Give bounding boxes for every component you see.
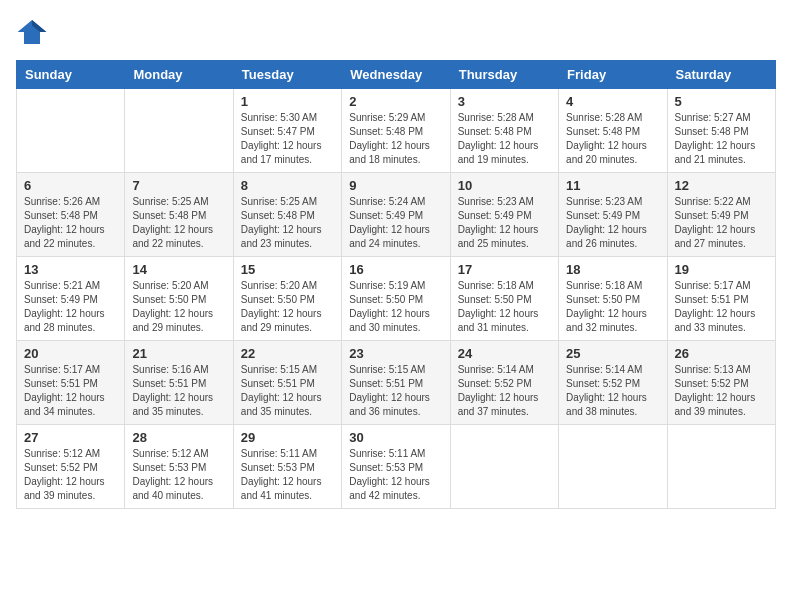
day-number: 16 — [349, 262, 442, 277]
day-info: Sunrise: 5:18 AM Sunset: 5:50 PM Dayligh… — [566, 279, 659, 335]
calendar-week-4: 20Sunrise: 5:17 AM Sunset: 5:51 PM Dayli… — [17, 341, 776, 425]
weekday-header-sunday: Sunday — [17, 61, 125, 89]
calendar-week-3: 13Sunrise: 5:21 AM Sunset: 5:49 PM Dayli… — [17, 257, 776, 341]
calendar-cell: 12Sunrise: 5:22 AM Sunset: 5:49 PM Dayli… — [667, 173, 775, 257]
day-info: Sunrise: 5:13 AM Sunset: 5:52 PM Dayligh… — [675, 363, 768, 419]
day-number: 24 — [458, 346, 551, 361]
day-info: Sunrise: 5:26 AM Sunset: 5:48 PM Dayligh… — [24, 195, 117, 251]
day-number: 4 — [566, 94, 659, 109]
calendar-header: SundayMondayTuesdayWednesdayThursdayFrid… — [17, 61, 776, 89]
calendar-cell — [125, 89, 233, 173]
calendar-cell: 27Sunrise: 5:12 AM Sunset: 5:52 PM Dayli… — [17, 425, 125, 509]
day-info: Sunrise: 5:12 AM Sunset: 5:52 PM Dayligh… — [24, 447, 117, 503]
day-number: 29 — [241, 430, 334, 445]
weekday-header-tuesday: Tuesday — [233, 61, 341, 89]
calendar-cell: 30Sunrise: 5:11 AM Sunset: 5:53 PM Dayli… — [342, 425, 450, 509]
logo — [16, 16, 52, 48]
weekday-header-thursday: Thursday — [450, 61, 558, 89]
calendar-cell — [559, 425, 667, 509]
day-number: 15 — [241, 262, 334, 277]
day-number: 6 — [24, 178, 117, 193]
calendar-week-1: 1Sunrise: 5:30 AM Sunset: 5:47 PM Daylig… — [17, 89, 776, 173]
calendar-cell: 22Sunrise: 5:15 AM Sunset: 5:51 PM Dayli… — [233, 341, 341, 425]
day-info: Sunrise: 5:24 AM Sunset: 5:49 PM Dayligh… — [349, 195, 442, 251]
day-number: 2 — [349, 94, 442, 109]
calendar-cell: 5Sunrise: 5:27 AM Sunset: 5:48 PM Daylig… — [667, 89, 775, 173]
calendar-cell: 3Sunrise: 5:28 AM Sunset: 5:48 PM Daylig… — [450, 89, 558, 173]
day-info: Sunrise: 5:14 AM Sunset: 5:52 PM Dayligh… — [458, 363, 551, 419]
day-info: Sunrise: 5:19 AM Sunset: 5:50 PM Dayligh… — [349, 279, 442, 335]
day-info: Sunrise: 5:15 AM Sunset: 5:51 PM Dayligh… — [241, 363, 334, 419]
day-number: 19 — [675, 262, 768, 277]
calendar-cell: 24Sunrise: 5:14 AM Sunset: 5:52 PM Dayli… — [450, 341, 558, 425]
day-info: Sunrise: 5:12 AM Sunset: 5:53 PM Dayligh… — [132, 447, 225, 503]
day-number: 12 — [675, 178, 768, 193]
calendar-cell: 20Sunrise: 5:17 AM Sunset: 5:51 PM Dayli… — [17, 341, 125, 425]
day-info: Sunrise: 5:14 AM Sunset: 5:52 PM Dayligh… — [566, 363, 659, 419]
day-number: 27 — [24, 430, 117, 445]
calendar-cell: 15Sunrise: 5:20 AM Sunset: 5:50 PM Dayli… — [233, 257, 341, 341]
calendar-table: SundayMondayTuesdayWednesdayThursdayFrid… — [16, 60, 776, 509]
calendar-week-5: 27Sunrise: 5:12 AM Sunset: 5:52 PM Dayli… — [17, 425, 776, 509]
day-number: 1 — [241, 94, 334, 109]
day-number: 26 — [675, 346, 768, 361]
day-number: 8 — [241, 178, 334, 193]
calendar-cell: 16Sunrise: 5:19 AM Sunset: 5:50 PM Dayli… — [342, 257, 450, 341]
weekday-header-row: SundayMondayTuesdayWednesdayThursdayFrid… — [17, 61, 776, 89]
day-number: 22 — [241, 346, 334, 361]
day-number: 11 — [566, 178, 659, 193]
calendar-cell: 14Sunrise: 5:20 AM Sunset: 5:50 PM Dayli… — [125, 257, 233, 341]
calendar-cell — [450, 425, 558, 509]
calendar-body: 1Sunrise: 5:30 AM Sunset: 5:47 PM Daylig… — [17, 89, 776, 509]
day-number: 18 — [566, 262, 659, 277]
day-info: Sunrise: 5:11 AM Sunset: 5:53 PM Dayligh… — [349, 447, 442, 503]
day-info: Sunrise: 5:27 AM Sunset: 5:48 PM Dayligh… — [675, 111, 768, 167]
day-number: 7 — [132, 178, 225, 193]
calendar-cell: 9Sunrise: 5:24 AM Sunset: 5:49 PM Daylig… — [342, 173, 450, 257]
day-number: 17 — [458, 262, 551, 277]
weekday-header-monday: Monday — [125, 61, 233, 89]
day-info: Sunrise: 5:17 AM Sunset: 5:51 PM Dayligh… — [675, 279, 768, 335]
day-number: 10 — [458, 178, 551, 193]
day-info: Sunrise: 5:23 AM Sunset: 5:49 PM Dayligh… — [566, 195, 659, 251]
day-info: Sunrise: 5:15 AM Sunset: 5:51 PM Dayligh… — [349, 363, 442, 419]
day-info: Sunrise: 5:20 AM Sunset: 5:50 PM Dayligh… — [241, 279, 334, 335]
page-header — [16, 16, 776, 48]
logo-icon — [16, 16, 48, 48]
calendar-cell: 1Sunrise: 5:30 AM Sunset: 5:47 PM Daylig… — [233, 89, 341, 173]
day-info: Sunrise: 5:28 AM Sunset: 5:48 PM Dayligh… — [566, 111, 659, 167]
day-number: 14 — [132, 262, 225, 277]
calendar-cell: 18Sunrise: 5:18 AM Sunset: 5:50 PM Dayli… — [559, 257, 667, 341]
day-info: Sunrise: 5:30 AM Sunset: 5:47 PM Dayligh… — [241, 111, 334, 167]
day-info: Sunrise: 5:18 AM Sunset: 5:50 PM Dayligh… — [458, 279, 551, 335]
day-number: 21 — [132, 346, 225, 361]
day-info: Sunrise: 5:21 AM Sunset: 5:49 PM Dayligh… — [24, 279, 117, 335]
calendar-cell: 23Sunrise: 5:15 AM Sunset: 5:51 PM Dayli… — [342, 341, 450, 425]
calendar-cell: 26Sunrise: 5:13 AM Sunset: 5:52 PM Dayli… — [667, 341, 775, 425]
calendar-cell: 7Sunrise: 5:25 AM Sunset: 5:48 PM Daylig… — [125, 173, 233, 257]
day-info: Sunrise: 5:28 AM Sunset: 5:48 PM Dayligh… — [458, 111, 551, 167]
calendar-cell — [667, 425, 775, 509]
calendar-cell: 28Sunrise: 5:12 AM Sunset: 5:53 PM Dayli… — [125, 425, 233, 509]
day-number: 20 — [24, 346, 117, 361]
calendar-cell: 21Sunrise: 5:16 AM Sunset: 5:51 PM Dayli… — [125, 341, 233, 425]
day-number: 13 — [24, 262, 117, 277]
calendar-cell: 19Sunrise: 5:17 AM Sunset: 5:51 PM Dayli… — [667, 257, 775, 341]
calendar-cell: 4Sunrise: 5:28 AM Sunset: 5:48 PM Daylig… — [559, 89, 667, 173]
calendar-cell — [17, 89, 125, 173]
day-info: Sunrise: 5:23 AM Sunset: 5:49 PM Dayligh… — [458, 195, 551, 251]
day-info: Sunrise: 5:17 AM Sunset: 5:51 PM Dayligh… — [24, 363, 117, 419]
calendar-week-2: 6Sunrise: 5:26 AM Sunset: 5:48 PM Daylig… — [17, 173, 776, 257]
day-info: Sunrise: 5:16 AM Sunset: 5:51 PM Dayligh… — [132, 363, 225, 419]
calendar-cell: 8Sunrise: 5:25 AM Sunset: 5:48 PM Daylig… — [233, 173, 341, 257]
day-number: 5 — [675, 94, 768, 109]
calendar-cell: 10Sunrise: 5:23 AM Sunset: 5:49 PM Dayli… — [450, 173, 558, 257]
day-number: 25 — [566, 346, 659, 361]
day-info: Sunrise: 5:11 AM Sunset: 5:53 PM Dayligh… — [241, 447, 334, 503]
calendar-cell: 2Sunrise: 5:29 AM Sunset: 5:48 PM Daylig… — [342, 89, 450, 173]
day-number: 9 — [349, 178, 442, 193]
day-info: Sunrise: 5:22 AM Sunset: 5:49 PM Dayligh… — [675, 195, 768, 251]
day-number: 23 — [349, 346, 442, 361]
weekday-header-saturday: Saturday — [667, 61, 775, 89]
day-number: 30 — [349, 430, 442, 445]
